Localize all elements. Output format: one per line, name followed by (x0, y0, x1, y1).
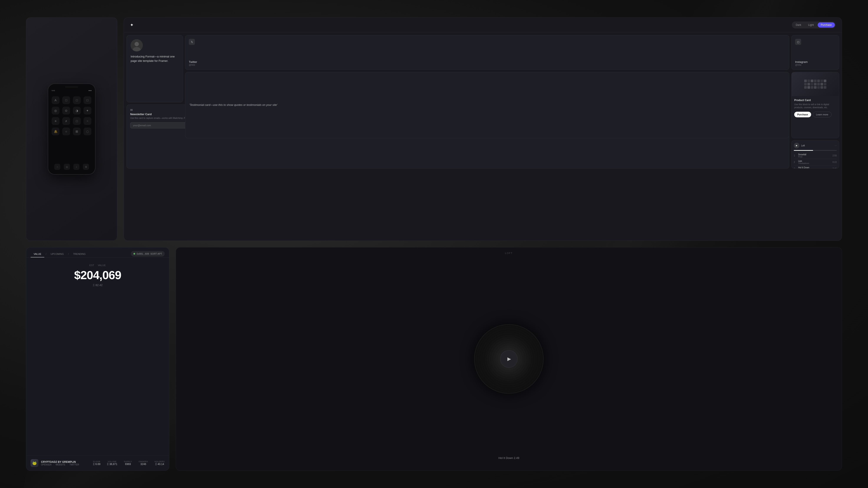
profile-intro-text: Introducing Format—a minimal one page si… (131, 55, 179, 63)
phone-icons-grid: A □ □ □ ◎ ⊙ ◑ ✦ ≡ ≠ □ ~ 🔔 ○ ⊞ ◌ (48, 92, 95, 140)
product-title: Product Card (794, 99, 836, 102)
floor-amount: 6.69 (95, 463, 100, 466)
app-icon[interactable]: ⊞ (73, 128, 81, 135)
music-header: ▶ Loft ⋯ (794, 143, 837, 148)
crypto-eth-value: Ξ 82.42 (93, 284, 103, 287)
nft-collection-row: 🐸 CRYPTOADZ BY GREMPLIN OPENSEA · WEBSIT… (31, 459, 165, 467)
floor-value: Ξ 6.69 (93, 463, 100, 466)
vinyl-play-button[interactable]: ▶ (500, 350, 518, 368)
phone-frame: 9:41 ●●● A □ □ □ ◎ ⊙ ◑ ✦ ≡ ≠ □ ~ 🔔 (48, 84, 95, 174)
tab-trending[interactable]: TRENDING (70, 251, 89, 257)
nft-collection-name: CRYPTOADZ BY GREMPLIN (41, 460, 79, 463)
tab-value[interactable]: VALUE (31, 251, 44, 257)
app-icon[interactable]: ○ (62, 128, 70, 135)
music-track-list: 1 Snowfall Prod. 2:55 2 Lips Troubadours… (794, 153, 837, 168)
instagram-card[interactable]: ◻ Instagram @hfst (792, 35, 839, 70)
phone-bottom-icon[interactable]: ♪ (73, 164, 80, 170)
stat-owners: OWNERS 3246 (138, 460, 148, 466)
holders-prefix: Ξ (155, 463, 157, 466)
wallet-label: SORT APT (150, 253, 162, 255)
app-icon[interactable]: 🔔 (52, 128, 59, 135)
app-icon[interactable]: ≠ (62, 117, 70, 125)
crypto-est-labels: EST VALUE (89, 264, 106, 266)
app-icon[interactable]: A (52, 96, 59, 104)
phone-bottom-icon[interactable]: ○ (54, 164, 60, 170)
nft-info: CRYPTOADZ BY GREMPLIN OPENSEA · WEBSITE … (41, 460, 79, 466)
app-icon[interactable]: □ (62, 96, 70, 104)
music-progress-bar (794, 150, 837, 151)
phone-status: 9:41 ●●● (48, 89, 95, 92)
twitter-handle: @hfst (189, 64, 785, 66)
nft-avatar: 🐸 (31, 459, 38, 467)
testimonial-card: 'Testimonial card—use this to show quote… (185, 72, 789, 138)
nft-link-twitter[interactable]: TWITTER (69, 463, 79, 466)
loft-brand-label: Loft (505, 252, 513, 254)
stat-supply: SUPPLY 6969 (124, 460, 132, 466)
app-icon[interactable]: ~ (84, 117, 91, 125)
crypto-main: EST VALUE $204,069 Ξ 82.42 (26, 258, 169, 455)
theme-switcher: Dark Light Purchase (792, 22, 836, 28)
vinyl-panel: Loft ▶ Hol It Down 2.49 (176, 247, 842, 470)
theme-dark-button[interactable]: Dark (793, 22, 804, 28)
twitter-icon: 𝕏 (189, 39, 195, 45)
nft-link-website[interactable]: WEBSITE (56, 463, 65, 466)
stat-holders: HOLDERS Ξ 40.14 (155, 460, 165, 466)
theme-light-button[interactable]: Light (805, 22, 817, 28)
product-image (792, 72, 839, 96)
phone-bottom-icon[interactable]: ◎ (64, 164, 70, 170)
product-learn-more-button[interactable]: Learn more (813, 112, 832, 117)
twitter-card[interactable]: 𝕏 Twitter @hfst (185, 35, 789, 70)
framer-header: ✦ Dark Light Purchase (124, 18, 842, 33)
product-purchase-button[interactable]: Purchase (794, 112, 811, 117)
app-icon[interactable]: □ (84, 96, 91, 104)
nft-link-opensea[interactable]: OPENSEA (41, 463, 52, 466)
tab-upcoming[interactable]: UPCOMING (48, 251, 67, 257)
framer-logo-icon: ✦ (130, 22, 134, 28)
owners-value: 3246 (138, 463, 148, 466)
stat-volume: VOLUME Ξ 38,871 (107, 460, 117, 466)
wallet-address: 0x881...609 (136, 253, 149, 255)
twitter-name: Twitter (189, 60, 785, 64)
est-label: EST (89, 264, 94, 266)
crypto-wallet[interactable]: 0x881...609 SORT APT (131, 251, 165, 257)
vinyl-record: ▶ (474, 324, 544, 394)
volume-value: Ξ 38,871 (107, 463, 117, 466)
profile-card: Introducing Format—a minimal one page si… (126, 35, 183, 102)
tab-separator-2: / (67, 251, 70, 257)
app-icon[interactable]: ✦ (84, 107, 91, 115)
supply-label: SUPPLY (124, 460, 132, 463)
instagram-icon: ◻ (795, 39, 801, 45)
app-icon[interactable]: ◌ (84, 128, 91, 135)
product-info: Product Card Use this block to sell or l… (792, 96, 839, 120)
app-icon[interactable]: ◎ (52, 107, 59, 115)
phone-bottom-icon[interactable]: ☰ (83, 164, 89, 170)
nft-stats: FLOOR Ξ 6.69 VOLUME Ξ 38,871 (93, 460, 165, 466)
music-share-icon[interactable]: ⋯ (835, 144, 837, 147)
music-progress-fill (794, 150, 813, 151)
nft-avatar-emoji: 🐸 (32, 461, 37, 465)
supply-value: 6969 (124, 463, 132, 466)
crypto-main-value: $204,069 (74, 268, 121, 282)
holders-value: Ξ 40.14 (155, 463, 165, 466)
product-buttons: Purchase Learn more (794, 112, 836, 117)
floor-label: FLOOR (93, 460, 100, 463)
app-icon[interactable]: ≡ (52, 117, 59, 125)
product-desc: Use this block to sell or link to digita… (794, 103, 836, 109)
nft-link-sep2: · (67, 463, 68, 466)
tab-separator: / (45, 251, 47, 257)
nft-link-sep: · (53, 463, 54, 466)
app-icon[interactable]: ◑ (73, 107, 81, 115)
app-icon[interactable]: □ (73, 117, 81, 125)
app-icon[interactable]: □ (73, 96, 81, 104)
holders-label: HOLDERS (155, 460, 165, 463)
floor-prefix: Ξ (93, 463, 95, 466)
phone-time: 9:41 (52, 90, 55, 92)
phone-notch (65, 86, 78, 88)
framer-content-grid: Introducing Format—a minimal one page si… (124, 33, 842, 240)
music-play-btn[interactable]: ▶ (794, 143, 799, 148)
volume-prefix: Ξ (107, 463, 109, 466)
app-icon[interactable]: ⊙ (62, 107, 70, 115)
volume-amount: 38,871 (110, 463, 117, 466)
crypto-tabs: VALUE / UPCOMING / TRENDING 0x881...609 … (26, 248, 169, 258)
purchase-header-button[interactable]: Purchase (818, 22, 835, 28)
